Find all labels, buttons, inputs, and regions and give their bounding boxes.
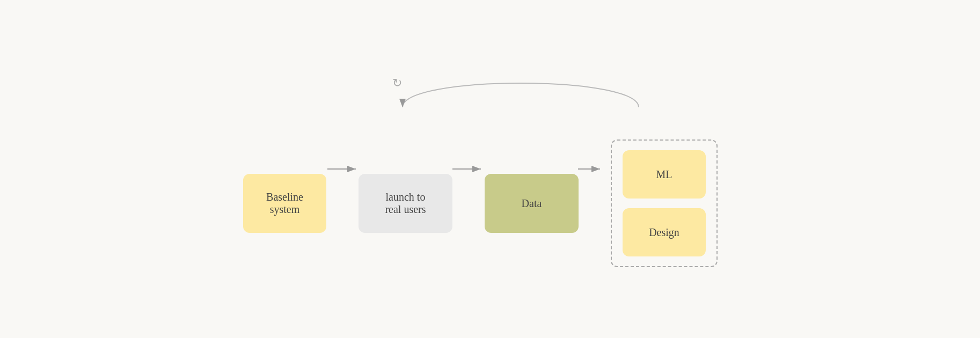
design-label: Design <box>649 226 679 239</box>
node-design: Design <box>623 208 706 256</box>
node-launch: launch to real users <box>359 174 452 233</box>
node-baseline: Baseline system <box>243 174 326 233</box>
feedback-arc <box>403 83 639 107</box>
node-data: Data <box>485 174 579 233</box>
diagram-container: ↻ Baseline system launch to real users D… <box>0 0 980 338</box>
baseline-label: Baseline system <box>266 191 303 216</box>
node-ml: ML <box>623 150 706 199</box>
data-label: Data <box>522 197 542 210</box>
ml-label: ML <box>656 168 672 181</box>
refresh-icon: ↻ <box>392 76 402 90</box>
launch-label: launch to real users <box>385 191 426 216</box>
group-box: ML Design <box>611 139 718 267</box>
nodes-layer: Baseline system launch to real users Dat… <box>243 139 718 267</box>
